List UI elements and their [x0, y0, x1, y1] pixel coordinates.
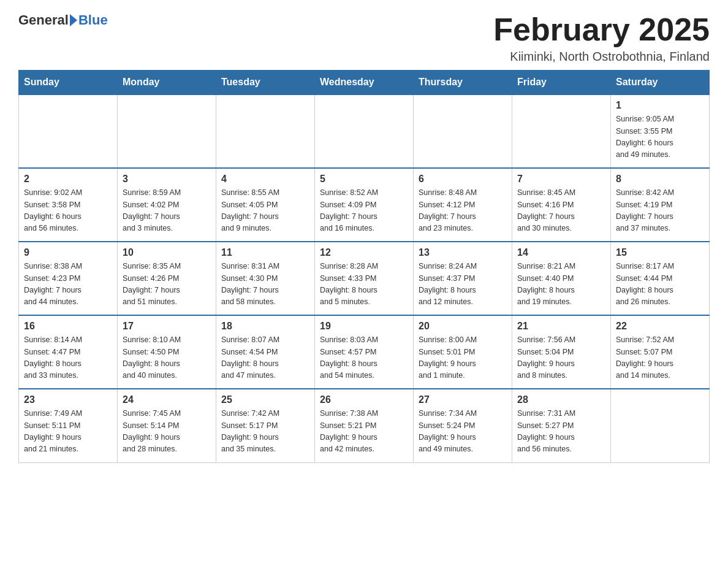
calendar-week-row: 2Sunrise: 9:02 AM Sunset: 3:58 PM Daylig… — [19, 168, 710, 242]
weekday-header-row: SundayMondayTuesdayWednesdayThursdayFrid… — [19, 71, 710, 95]
calendar-cell: 5Sunrise: 8:52 AM Sunset: 4:09 PM Daylig… — [315, 168, 414, 242]
day-number: 7 — [517, 174, 605, 185]
weekday-header-thursday: Thursday — [414, 71, 512, 95]
day-info: Sunrise: 8:31 AM Sunset: 4:30 PM Dayligh… — [221, 261, 309, 308]
calendar-cell: 1Sunrise: 9:05 AM Sunset: 3:55 PM Daylig… — [611, 94, 710, 168]
calendar-cell: 26Sunrise: 7:38 AM Sunset: 5:21 PM Dayli… — [315, 389, 414, 462]
day-info: Sunrise: 7:31 AM Sunset: 5:27 PM Dayligh… — [517, 408, 605, 456]
calendar-title-area: February 2025 Kiiminki, North Ostrobothn… — [493, 12, 710, 64]
day-info: Sunrise: 7:52 AM Sunset: 5:07 PM Dayligh… — [616, 334, 704, 382]
day-info: Sunrise: 7:49 AM Sunset: 5:11 PM Dayligh… — [24, 408, 112, 456]
day-info: Sunrise: 8:07 AM Sunset: 4:54 PM Dayligh… — [221, 334, 309, 382]
calendar-cell: 7Sunrise: 8:45 AM Sunset: 4:16 PM Daylig… — [512, 168, 611, 242]
day-number: 24 — [123, 394, 211, 405]
day-info: Sunrise: 7:45 AM Sunset: 5:14 PM Dayligh… — [123, 408, 211, 456]
day-number: 12 — [320, 247, 408, 258]
calendar-cell: 18Sunrise: 8:07 AM Sunset: 4:54 PM Dayli… — [216, 315, 315, 389]
day-info: Sunrise: 8:00 AM Sunset: 5:01 PM Dayligh… — [419, 334, 507, 382]
day-number: 15 — [616, 247, 704, 258]
day-info: Sunrise: 8:03 AM Sunset: 4:57 PM Dayligh… — [320, 334, 408, 382]
day-info: Sunrise: 8:48 AM Sunset: 4:12 PM Dayligh… — [419, 187, 507, 235]
day-info: Sunrise: 8:59 AM Sunset: 4:02 PM Dayligh… — [123, 187, 211, 235]
calendar-cell: 19Sunrise: 8:03 AM Sunset: 4:57 PM Dayli… — [315, 315, 414, 389]
calendar-cell — [414, 94, 512, 168]
weekday-header-friday: Friday — [512, 71, 611, 95]
day-number: 17 — [123, 321, 211, 332]
calendar-cell: 23Sunrise: 7:49 AM Sunset: 5:11 PM Dayli… — [19, 389, 118, 462]
day-number: 16 — [24, 321, 112, 332]
calendar-cell — [512, 94, 611, 168]
logo-arrow-icon — [70, 14, 77, 26]
calendar-cell — [315, 94, 414, 168]
calendar-cell: 10Sunrise: 8:35 AM Sunset: 4:26 PM Dayli… — [118, 242, 216, 315]
day-number: 28 — [517, 394, 605, 405]
calendar-cell — [118, 94, 216, 168]
calendar-week-row: 16Sunrise: 8:14 AM Sunset: 4:47 PM Dayli… — [19, 315, 710, 389]
day-number: 23 — [24, 394, 112, 405]
calendar-cell — [19, 94, 118, 168]
calendar-cell: 17Sunrise: 8:10 AM Sunset: 4:50 PM Dayli… — [118, 315, 216, 389]
logo-blue-text: Blue — [78, 12, 108, 28]
day-number: 6 — [419, 174, 507, 185]
calendar-body: 1Sunrise: 9:05 AM Sunset: 3:55 PM Daylig… — [19, 94, 710, 462]
calendar-cell — [611, 389, 710, 462]
day-number: 13 — [419, 247, 507, 258]
calendar-cell: 20Sunrise: 8:00 AM Sunset: 5:01 PM Dayli… — [414, 315, 512, 389]
day-info: Sunrise: 8:42 AM Sunset: 4:19 PM Dayligh… — [616, 187, 704, 235]
day-info: Sunrise: 9:05 AM Sunset: 3:55 PM Dayligh… — [616, 113, 704, 161]
day-info: Sunrise: 8:35 AM Sunset: 4:26 PM Dayligh… — [123, 261, 211, 308]
page-header: General Blue February 2025 Kiiminki, Nor… — [18, 12, 710, 64]
day-info: Sunrise: 8:55 AM Sunset: 4:05 PM Dayligh… — [221, 187, 309, 235]
calendar-cell — [216, 94, 315, 168]
day-number: 1 — [616, 100, 704, 111]
calendar-cell: 16Sunrise: 8:14 AM Sunset: 4:47 PM Dayli… — [19, 315, 118, 389]
month-title: February 2025 — [493, 12, 710, 47]
calendar-cell: 13Sunrise: 8:24 AM Sunset: 4:37 PM Dayli… — [414, 242, 512, 315]
calendar-cell: 24Sunrise: 7:45 AM Sunset: 5:14 PM Dayli… — [118, 389, 216, 462]
weekday-header-monday: Monday — [118, 71, 216, 95]
day-info: Sunrise: 8:21 AM Sunset: 4:40 PM Dayligh… — [517, 261, 605, 308]
day-number: 26 — [320, 394, 408, 405]
weekday-header-sunday: Sunday — [19, 71, 118, 95]
day-info: Sunrise: 7:34 AM Sunset: 5:24 PM Dayligh… — [419, 408, 507, 456]
logo-general-text: General — [18, 12, 69, 28]
weekday-header-tuesday: Tuesday — [216, 71, 315, 95]
calendar-cell: 4Sunrise: 8:55 AM Sunset: 4:05 PM Daylig… — [216, 168, 315, 242]
calendar-cell: 28Sunrise: 7:31 AM Sunset: 5:27 PM Dayli… — [512, 389, 611, 462]
calendar-cell: 11Sunrise: 8:31 AM Sunset: 4:30 PM Dayli… — [216, 242, 315, 315]
calendar-header: SundayMondayTuesdayWednesdayThursdayFrid… — [19, 71, 710, 95]
day-info: Sunrise: 7:56 AM Sunset: 5:04 PM Dayligh… — [517, 334, 605, 382]
day-info: Sunrise: 8:14 AM Sunset: 4:47 PM Dayligh… — [24, 334, 112, 382]
day-info: Sunrise: 8:52 AM Sunset: 4:09 PM Dayligh… — [320, 187, 408, 235]
calendar-week-row: 9Sunrise: 8:38 AM Sunset: 4:23 PM Daylig… — [19, 242, 710, 315]
calendar-table: SundayMondayTuesdayWednesdayThursdayFrid… — [18, 70, 710, 463]
day-info: Sunrise: 8:17 AM Sunset: 4:44 PM Dayligh… — [616, 261, 704, 308]
weekday-header-wednesday: Wednesday — [315, 71, 414, 95]
logo: General Blue — [18, 12, 108, 28]
calendar-week-row: 23Sunrise: 7:49 AM Sunset: 5:11 PM Dayli… — [19, 389, 710, 462]
day-number: 18 — [221, 321, 309, 332]
calendar-cell: 2Sunrise: 9:02 AM Sunset: 3:58 PM Daylig… — [19, 168, 118, 242]
calendar-week-row: 1Sunrise: 9:05 AM Sunset: 3:55 PM Daylig… — [19, 94, 710, 168]
day-info: Sunrise: 8:45 AM Sunset: 4:16 PM Dayligh… — [517, 187, 605, 235]
day-info: Sunrise: 8:10 AM Sunset: 4:50 PM Dayligh… — [123, 334, 211, 382]
day-info: Sunrise: 9:02 AM Sunset: 3:58 PM Dayligh… — [24, 187, 112, 235]
calendar-cell: 12Sunrise: 8:28 AM Sunset: 4:33 PM Dayli… — [315, 242, 414, 315]
day-number: 8 — [616, 174, 704, 185]
calendar-cell: 15Sunrise: 8:17 AM Sunset: 4:44 PM Dayli… — [611, 242, 710, 315]
day-number: 5 — [320, 174, 408, 185]
calendar-cell: 22Sunrise: 7:52 AM Sunset: 5:07 PM Dayli… — [611, 315, 710, 389]
day-info: Sunrise: 7:42 AM Sunset: 5:17 PM Dayligh… — [221, 408, 309, 456]
location-title: Kiiminki, North Ostrobothnia, Finland — [493, 50, 710, 64]
day-number: 21 — [517, 321, 605, 332]
day-info: Sunrise: 8:38 AM Sunset: 4:23 PM Dayligh… — [24, 261, 112, 308]
day-number: 9 — [24, 247, 112, 258]
day-number: 11 — [221, 247, 309, 258]
day-number: 22 — [616, 321, 704, 332]
weekday-header-saturday: Saturday — [611, 71, 710, 95]
calendar-cell: 21Sunrise: 7:56 AM Sunset: 5:04 PM Dayli… — [512, 315, 611, 389]
calendar-cell: 8Sunrise: 8:42 AM Sunset: 4:19 PM Daylig… — [611, 168, 710, 242]
calendar-cell: 3Sunrise: 8:59 AM Sunset: 4:02 PM Daylig… — [118, 168, 216, 242]
day-number: 10 — [123, 247, 211, 258]
day-number: 27 — [419, 394, 507, 405]
